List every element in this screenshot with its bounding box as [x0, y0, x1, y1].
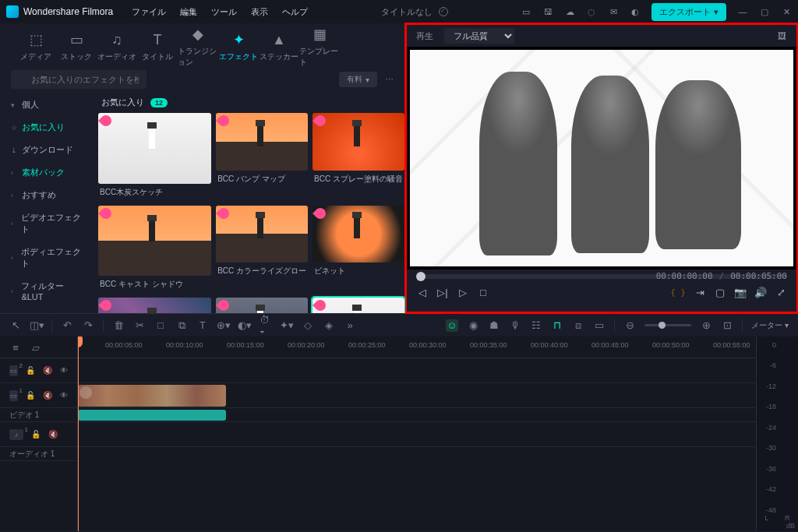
mute-icon[interactable]: 🔇	[43, 366, 52, 375]
effect-card-8[interactable]: BCCディスプレースメントマ…	[98, 298, 211, 313]
clip-range-icon[interactable]: ⇥	[694, 286, 706, 298]
pointer-tool-icon[interactable]: ↖	[9, 319, 22, 332]
zoom-slider[interactable]	[644, 324, 691, 326]
link-icon[interactable]: ⧈	[572, 319, 584, 332]
effect-card-5[interactable]: BCC カラーライズグロー	[216, 206, 308, 294]
lock-icon[interactable]: 🔓	[26, 391, 35, 400]
tab-1[interactable]: ▭ストック	[56, 31, 97, 62]
timeline-ruler[interactable]: 00:00:05:0000:00:10:0000:00:15:0000:00:2…	[78, 336, 756, 358]
lock-icon[interactable]: 🔓	[31, 430, 41, 439]
heart-icon[interactable]	[312, 206, 328, 221]
eye-icon[interactable]: 👁	[60, 391, 68, 400]
tab-5[interactable]: ✦エフェクト	[218, 31, 259, 62]
effect-card-2[interactable]: BCC スプレー塗料の騒音	[312, 113, 404, 201]
snapshot-icon[interactable]: 📷	[734, 286, 747, 298]
heart-icon[interactable]	[216, 298, 231, 313]
snapshot-settings-icon[interactable]: 🖼	[776, 30, 787, 41]
ai-tool-icon[interactable]: ✦▾	[281, 319, 293, 332]
heart-icon[interactable]	[312, 298, 328, 313]
play-back-icon[interactable]: ▷|	[436, 286, 449, 298]
track-audio1[interactable]	[78, 422, 756, 447]
sidebar-item-6[interactable]: ›フィルター&LUT	[5, 275, 87, 307]
fit-icon[interactable]: ⊡	[721, 319, 733, 332]
track-header-fx2[interactable]: ▭2 🔓 🔇 👁	[0, 358, 77, 383]
heart-icon[interactable]	[216, 206, 231, 221]
effect-card-1[interactable]: BCC バンプ マップ	[216, 113, 308, 201]
sidebar-item-1[interactable]: ⤓ダウンロード	[5, 139, 87, 161]
menu-file[interactable]: ファイル	[132, 6, 166, 18]
close-icon[interactable]: ✕	[781, 6, 792, 17]
play-icon[interactable]: ▷	[457, 286, 469, 298]
delete-icon[interactable]: 🗑	[112, 319, 125, 332]
effect-card-4[interactable]: BCC キャスト シャドウ	[98, 206, 211, 294]
shield-icon[interactable]: ☗	[488, 319, 500, 332]
scrub-bar[interactable]: 00:00:00:00 / 00:00:05:00	[416, 274, 787, 279]
tab-3[interactable]: Tタイトル	[137, 31, 178, 62]
magnet-icon[interactable]: ⊓	[551, 319, 563, 332]
track-fx2[interactable]	[78, 358, 756, 383]
export-button[interactable]: エクスポート▾	[651, 3, 726, 21]
undo-icon[interactable]: ↶	[61, 319, 73, 332]
meter-toggle[interactable]: メーター▾	[751, 320, 789, 331]
sidebar-item-4[interactable]: ›ビデオエフェクト	[5, 206, 87, 241]
record-icon[interactable]: ◉	[467, 319, 479, 332]
scrub-head[interactable]	[416, 272, 425, 281]
display-icon[interactable]: ▢	[714, 286, 726, 298]
copy-icon[interactable]: ⧉	[175, 319, 188, 332]
sidebar-item-0[interactable]: ☆お気に入り	[5, 116, 87, 139]
track-video1[interactable]	[78, 383, 756, 408]
effect-card-10[interactable]: BCC 鉛筆スケッチ	[312, 298, 404, 313]
adjust-icon[interactable]: ⊕▾	[217, 319, 230, 332]
eye-icon[interactable]: 👁	[60, 366, 68, 375]
speed-icon[interactable]: ⏱▾	[260, 319, 272, 332]
heart-icon[interactable]	[312, 113, 328, 129]
more-tools-icon[interactable]: »	[344, 319, 356, 332]
heart-icon[interactable]	[216, 113, 231, 129]
mute-icon[interactable]: 🔇	[48, 430, 58, 439]
minimize-icon[interactable]: —	[737, 6, 748, 17]
select-tool-icon[interactable]: ◫▾	[30, 319, 43, 332]
keyframe-icon[interactable]: ◇	[302, 319, 314, 332]
marker-braces[interactable]: { }	[670, 287, 686, 298]
tab-4[interactable]: ◆トランジション	[178, 26, 218, 68]
effect-card-0[interactable]: BCC木炭スケッチ	[98, 113, 211, 201]
video-clip[interactable]	[78, 385, 226, 407]
playhead[interactable]	[78, 336, 79, 531]
track-menu-icon[interactable]: ≡	[9, 341, 22, 354]
tab-0[interactable]: ⬚メディア	[16, 31, 56, 62]
tab-7[interactable]: ▦テンプレート	[299, 26, 340, 68]
track-header-audio1[interactable]: ♪1 🔓 🔇	[0, 422, 77, 447]
sidebar-item-7[interactable]: ›オーディオエフェクト	[5, 307, 87, 313]
stop-icon[interactable]: □	[477, 286, 489, 298]
layout-icon[interactable]: ▭	[521, 6, 531, 17]
cloud-icon[interactable]: ☁	[564, 6, 575, 17]
effect-card-6[interactable]: ビネット	[312, 206, 404, 294]
maximize-icon[interactable]: ▢	[759, 6, 770, 17]
heart-icon[interactable]	[98, 206, 114, 221]
notification-icon[interactable]: ◌	[586, 6, 597, 17]
track-header-fx1[interactable]: ▭1 🔓 🔇 👁	[0, 383, 77, 408]
tab-6[interactable]: ▲ステッカー	[259, 31, 299, 62]
lock-icon[interactable]: 🔓	[26, 366, 35, 375]
effect-clip[interactable]	[78, 410, 226, 421]
mic-icon[interactable]: 🎙	[509, 319, 521, 332]
prev-frame-icon[interactable]: ◁	[416, 286, 429, 298]
sidebar-item-5[interactable]: ›ボディエフェクト	[5, 241, 87, 275]
palette-icon[interactable]: ◐▾	[238, 319, 251, 332]
crop-icon[interactable]: □	[154, 319, 167, 332]
effect-card-9[interactable]: 木炭	[216, 298, 308, 313]
fullscreen-icon[interactable]: ⤢	[775, 286, 787, 298]
track-fx1[interactable]	[78, 408, 756, 422]
sidebar-item-2[interactable]: ›素材パック	[5, 161, 87, 184]
zoom-in-icon[interactable]: ⊕	[700, 319, 712, 332]
split-icon[interactable]: ✂	[133, 319, 146, 332]
menu-edit[interactable]: 編集	[180, 6, 197, 18]
preview-canvas[interactable]	[407, 47, 796, 270]
sidebar-item-3[interactable]: ›おすすめ	[5, 184, 87, 206]
heart-icon[interactable]	[98, 113, 114, 129]
color-icon[interactable]: ◈	[323, 319, 335, 332]
track-link-icon[interactable]: ▱	[30, 341, 42, 354]
mute-icon[interactable]: 🔇	[43, 391, 52, 400]
volume-icon[interactable]: 🔊	[754, 286, 767, 298]
mixer-icon[interactable]: ☷	[530, 319, 542, 332]
